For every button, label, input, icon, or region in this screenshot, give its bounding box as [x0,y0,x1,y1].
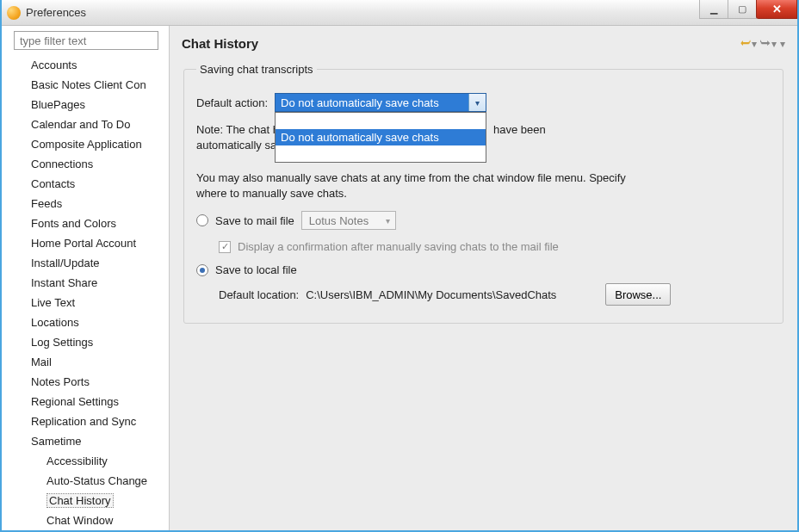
saving-transcripts-group: Saving chat transcripts Default action: … [183,63,784,324]
mail-file-select[interactable]: Lotus Notes [301,211,396,230]
tree-item[interactable]: Live Text [9,293,165,312]
nav-forward-button[interactable]: ⮩▾ [760,38,777,50]
tree-item[interactable]: Feeds [9,194,165,213]
tree-item[interactable]: Chat History [9,491,165,510]
tree-item[interactable]: Mail [9,352,165,372]
nav-back-button[interactable]: ⮨▾ [740,38,757,50]
tree-item[interactable]: Notes Ports [9,372,165,392]
page-title: Chat History [182,36,258,51]
window-buttons [700,0,797,19]
tree-item[interactable]: Calendar and To Do [9,114,165,134]
save-to-local-radio[interactable] [196,264,208,276]
save-to-mail-radio[interactable] [196,214,208,226]
tree-item[interactable]: Chat Window [9,510,165,530]
tree-item[interactable]: Regional Settings [9,392,165,411]
close-button[interactable] [756,0,797,19]
maximize-button[interactable] [728,0,757,19]
default-location-input[interactable] [306,285,598,305]
default-action-value: Do not automatically save chats [281,96,439,109]
browse-button[interactable]: Browse... [605,283,671,306]
tree-item[interactable]: Connections [9,154,165,174]
filter-input[interactable] [14,31,158,50]
window-title: Preferences [26,6,86,19]
tree-item[interactable]: Log Settings [9,332,165,352]
tree-item[interactable]: Instant Share [9,273,165,293]
save-to-mail-label: Save to mail file [215,214,294,227]
minimize-button[interactable] [699,0,728,19]
manual-save-paragraph: You may also manually save chats at any … [196,170,627,201]
tree-item[interactable]: BluePages [9,95,165,114]
tree-item[interactable]: Composite Application [9,134,165,154]
default-action-label: Default action: [196,96,268,109]
group-title: Saving chat transcripts [196,63,317,76]
tree-item[interactable]: Locations [9,312,165,332]
tree-item[interactable]: Fonts and Colors [9,213,165,233]
default-action-dropdown: Automatically save chatsDo not automatic… [275,112,486,163]
tree-item[interactable]: Replication and Sync [9,411,165,431]
title-bar: Preferences [2,0,797,26]
tree-item[interactable]: Sametime [9,431,165,451]
app-icon [7,6,21,20]
dropdown-option[interactable]: Do not automatically save chats [276,129,486,145]
tree-item[interactable]: Basic Notes Client Con [9,75,165,95]
content-area: Chat History ⮨▾ ⮩▾ ▾ Saving chat transcr… [170,26,797,532]
save-to-local-label: Save to local file [215,263,297,276]
tree-item[interactable]: Contacts [9,174,165,194]
display-confirmation-checkbox[interactable] [219,241,231,253]
tree-item[interactable]: Install/Update [9,253,165,273]
default-action-select[interactable]: Do not automatically save chats Automati… [275,93,486,112]
history-nav: ⮨▾ ⮩▾ ▾ [740,38,785,50]
tree-item[interactable]: Accessibility [9,451,165,471]
tree-item[interactable]: Home Portal Account [9,233,165,253]
nav-menu-button[interactable]: ▾ [780,38,785,50]
tree-item[interactable]: Auto-Status Change [9,471,165,491]
default-location-label: Default location: [219,288,299,301]
tree-item[interactable]: Accounts [9,55,165,75]
sidebar: AccountsBasic Notes Client ConBluePagesC… [2,26,170,532]
dropdown-option[interactable]: Automatically save chats [276,113,486,129]
chevron-down-icon [468,94,486,111]
dropdown-option[interactable]: Prompt me to save chats [276,145,486,162]
preferences-tree: AccountsBasic Notes Client ConBluePagesC… [9,55,165,530]
display-confirmation-label: Display a confirmation after manually sa… [238,240,559,253]
